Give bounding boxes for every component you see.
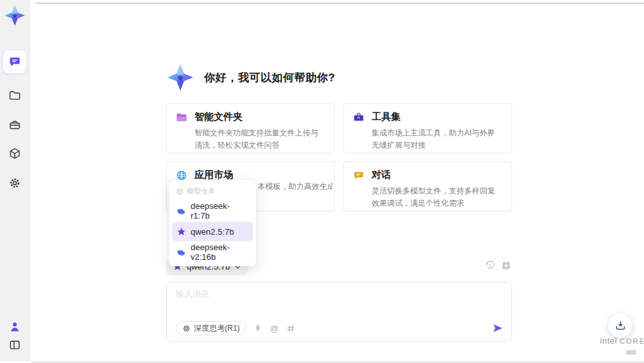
intel-wordmark: intel [600, 336, 617, 346]
sidebar [0, 0, 30, 361]
sidebar-item-apps[interactable] [3, 142, 26, 165]
sidebar-item-folders[interactable] [3, 84, 26, 107]
input-toolbar: 深度思考(R1) @ [176, 321, 504, 335]
chat-header-icons [485, 260, 511, 271]
gear-icon [8, 177, 21, 190]
card-toolset[interactable]: 工具集 集成市场上主流工具，助力AI与外界无缝扩展与对接 [343, 103, 512, 153]
chat-icon [8, 55, 21, 68]
attach-file-button[interactable] [253, 324, 263, 333]
deepseek-whale-icon [176, 206, 186, 216]
top-divider [35, 3, 644, 4]
history-icon[interactable] [485, 260, 495, 271]
folder-icon [176, 112, 187, 123]
card-title: 智能文件夹 [194, 111, 243, 123]
assistant-logo-icon [166, 63, 195, 92]
cube-icon [8, 147, 21, 160]
briefcase-icon [8, 119, 21, 132]
sidebar-item-toolbox[interactable] [3, 113, 26, 137]
atom-icon [182, 324, 191, 333]
prompt-library-button[interactable] [286, 324, 296, 333]
send-button[interactable] [492, 322, 504, 334]
user-icon [8, 320, 21, 333]
deep-think-toggle[interactable]: 深度思考(R1) [176, 321, 246, 335]
repo-icon [176, 188, 184, 195]
model-option-deepseek-v2[interactable]: deepseek-v2:16b [172, 242, 253, 262]
card-description: 灵活切换多模型文件，支持多样回复效果调试，满足个性化需求 [372, 185, 502, 209]
briefcase-icon [353, 112, 365, 123]
card-description: 智能文件夹功能支持批量文件上传与清洗，轻松实现文件问答 [194, 127, 325, 151]
sidebar-item-chat[interactable] [3, 50, 26, 74]
greeting-text: 你好，我可以如何帮助你? [204, 70, 335, 85]
intel-core-logo: intel core [600, 336, 644, 357]
download-button[interactable] [608, 313, 632, 338]
card-description: 集成市场上主流工具，助力AI与外界无缝扩展与对接 [372, 127, 502, 151]
card-description: 本模板，助力高效生成多 [258, 181, 332, 193]
sidebar-item-panel[interactable] [3, 333, 26, 357]
greeting: 你好，我可以如何帮助你? [166, 63, 335, 92]
paperclip-icon [253, 324, 263, 333]
download-icon [614, 320, 627, 332]
ultra-badge [626, 350, 636, 355]
app-logo-icon [3, 4, 26, 27]
panel-layout-icon [8, 338, 21, 351]
grid-hash-icon [286, 324, 296, 333]
chat-bubble-icon [353, 170, 365, 181]
message-input[interactable] [176, 288, 498, 317]
new-chat-icon[interactable] [501, 260, 511, 271]
sidebar-item-settings[interactable] [3, 172, 26, 195]
model-option-qwen[interactable]: qwen2.5:7b [172, 222, 253, 241]
model-option-deepseek-r1[interactable]: deepseek-r1:7b [172, 201, 253, 221]
qwen-icon [176, 227, 186, 237]
folder-icon [8, 89, 21, 102]
deepseek-whale-icon [176, 248, 186, 257]
globe-icon [176, 170, 187, 181]
main-content: 你好，我可以如何帮助你? 智能文件夹 智能文件夹功能支持批量文件上传与清洗，轻松… [30, 0, 644, 363]
card-title: 对话 [372, 169, 391, 181]
model-dropdown: 模型仓库 deepseek-r1:7b qwen2.5:7b de [169, 180, 256, 266]
card-smart-folder[interactable]: 智能文件夹 智能文件夹功能支持批量文件上传与清洗，轻松实现文件问答 [166, 103, 335, 153]
mention-button[interactable]: @ [270, 324, 278, 333]
card-dialogue[interactable]: 对话 灵活切换多模型文件，支持多样回复效果调试，满足个性化需求 [343, 161, 512, 211]
core-wordmark: core [620, 337, 644, 345]
card-title: 工具集 [372, 111, 401, 123]
chat-input-box: 深度思考(R1) @ [166, 282, 512, 342]
model-dropdown-header: 模型仓库 [172, 183, 253, 200]
app-window: 你好，我可以如何帮助你? 智能文件夹 智能文件夹功能支持批量文件上传与清洗，轻松… [0, 0, 644, 363]
